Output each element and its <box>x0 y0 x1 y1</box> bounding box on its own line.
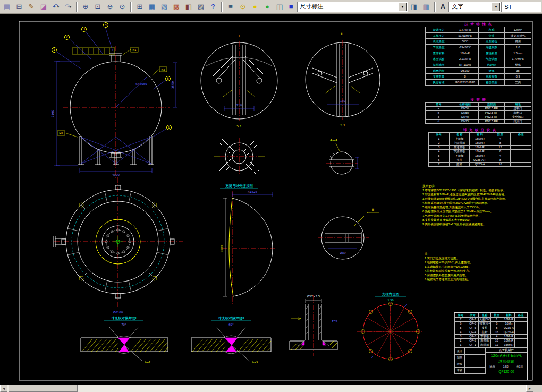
balloon-number: 1 <box>53 48 55 52</box>
sheet-count: 共1张 <box>516 364 523 369</box>
note-line: 1.管口方位见支柱方位图。 <box>425 256 526 260</box>
zoom-realtime-icon: ⊕ <box>83 3 89 11</box>
table-row: 主体材料16MnR腐蚀裕量1.5mm <box>426 50 531 56</box>
zoom-window-icon: ⊡ <box>95 3 101 11</box>
layers-icon[interactable]: ◫ <box>274 1 285 13</box>
chevron-down-icon[interactable]: ▼ <box>399 3 407 11</box>
spec-table-title: 技 术 特 性 表 <box>425 22 531 27</box>
view-plan[interactable]: Ø6100 <box>53 177 183 314</box>
redo-icon[interactable]: ↷▾ <box>62 1 74 13</box>
table-cell: QF-7 <box>467 318 479 322</box>
grid-icon[interactable]: ▨ <box>195 1 207 13</box>
block-icon[interactable]: ◧ <box>183 1 194 13</box>
table-cell <box>465 368 475 374</box>
table-row: 5QF-5支柱8Q235-A <box>455 326 527 330</box>
dim-style-combo[interactable]: 尺寸标注 ▼ <box>297 2 408 12</box>
layout-icon[interactable]: ▦ <box>146 1 158 13</box>
table-cell: 进料口 <box>505 107 531 111</box>
table-cell: Q235-A <box>503 326 515 330</box>
drawing-title-line2: 球形储罐 <box>486 359 527 364</box>
scroll-thumb[interactable] <box>9 385 78 392</box>
note-line: 6.铭牌装于赤道带正北方向明显处。 <box>425 277 526 282</box>
horizontal-scrollbar[interactable]: ◄ ► <box>0 385 542 392</box>
view-leg-plan[interactable]: 支腿与球壳连接图 <box>214 138 265 189</box>
section-label: A—A <box>330 138 338 142</box>
shell-hatch <box>291 341 337 350</box>
right-combo-value: ST <box>504 4 512 10</box>
ball-green-icon[interactable]: ● <box>261 1 273 13</box>
table-cell: d <box>426 120 452 124</box>
dropdown-arrow-icon[interactable]: ▾ <box>70 5 72 9</box>
view-gore[interactable]: R1525 3200 <box>220 190 277 304</box>
scroll-left-button[interactable]: ◄ <box>0 385 7 392</box>
note-line: 1.本球罐按GB12337-1998《钢制球形储罐》制造、检验和验收。 <box>422 188 532 192</box>
view-elevation[interactable]: SR3050 7100 3550 4000 1 2 3 4 5 6 N1 N2 … <box>51 23 177 179</box>
drawing-title-line1: 120m³液化石油气 <box>486 353 527 359</box>
chevron-down-icon[interactable]: ▼ <box>492 3 500 11</box>
table-cell <box>515 339 527 343</box>
bulb-icon[interactable]: ⊙ <box>237 1 249 13</box>
toolbar-group-zoom: ⊕⊡⊖⊙ <box>80 1 128 13</box>
view-orientation[interactable]: 支柱方位图 1:50 <box>357 292 424 361</box>
view-detail-3[interactable]: Ⅲ Ø89 <box>318 208 379 259</box>
table-icon[interactable]: ⊞ <box>134 1 146 13</box>
dim-label: 210 <box>236 104 242 107</box>
text-style-combo[interactable]: 文字 ▼ <box>448 2 501 12</box>
table-cell: 赤道带板 <box>449 146 470 150</box>
scroll-track[interactable] <box>7 385 526 392</box>
table-cell: 下极板 <box>449 154 470 158</box>
dim-label: Ø6100 <box>113 311 123 314</box>
erase-icon: ◪ <box>40 3 47 11</box>
balloon-number: 3 <box>83 27 85 31</box>
table-cell: QF-1 <box>467 343 479 347</box>
table-cell: 主体材料 <box>426 50 452 56</box>
table-cell: 下极板 <box>479 335 491 339</box>
right-partial-combo[interactable]: ST <box>501 2 541 12</box>
view-nozzle-weld[interactable]: Ø57×3.5 t=6 <box>290 295 338 356</box>
print-preview-icon[interactable]: ⊟ <box>13 1 25 13</box>
sheet-icon[interactable]: ▤ <box>1 1 13 13</box>
undo-icon[interactable]: ↶▾ <box>50 1 62 13</box>
table-cell: 120m³ <box>505 27 531 33</box>
table-row: 球壳内径Ø6100壁厚38 <box>426 68 531 74</box>
stack-icon[interactable]: ≡ <box>225 1 236 13</box>
zoom-window-icon[interactable]: ⊡ <box>92 1 104 13</box>
view-detail-1[interactable]: Ⅰ 210 5:1 <box>201 34 277 128</box>
table-cell <box>511 150 531 154</box>
drawing-canvas[interactable]: SR3050 7100 3550 4000 1 2 3 4 5 6 N1 N2 … <box>0 14 542 385</box>
table-cell <box>511 141 531 146</box>
scale-label: 5:1 <box>236 124 242 128</box>
standards-icon[interactable]: ▥ <box>420 1 432 13</box>
dropdown-arrow-icon[interactable]: ▾ <box>57 5 60 9</box>
view-detail-2[interactable]: Ⅱ 180 5:1 <box>306 32 380 127</box>
pencil-icon[interactable]: ✎ <box>26 1 37 13</box>
dim-left <box>54 62 80 166</box>
notes-secondary: 注:1.管口方位见支柱方位图。2.地脚螺栓M36,共16个,由土建预埋。3.基础… <box>425 252 526 282</box>
table-cell: 0.9 <box>505 74 531 80</box>
erase-icon[interactable]: ◪ <box>38 1 49 13</box>
table-cell: 支柱数量 <box>426 74 452 80</box>
zoom-extents-icon[interactable]: ⊙ <box>116 1 128 13</box>
table-cell: 1.0 <box>505 45 531 50</box>
help-icon[interactable]: ? <box>207 1 219 13</box>
table-cell <box>475 355 485 361</box>
zoom-out-icon[interactable]: ⊖ <box>104 1 116 13</box>
view-weld-2[interactable]: 球壳板对接焊缝Ⅱ 60° b=3 <box>191 316 271 364</box>
sheet-set-icon[interactable]: ▧ <box>158 1 170 13</box>
table-cell: PN2.5 RF <box>478 115 505 120</box>
render-icon[interactable]: ▩ <box>171 1 182 13</box>
layer-manager-icon[interactable]: ◨ <box>408 1 420 13</box>
weld-metal <box>118 338 130 345</box>
zoom-realtime-icon[interactable]: ⊕ <box>80 1 91 13</box>
scroll-right-button[interactable]: ► <box>526 385 533 392</box>
note-line: 3.对接焊缝100%射线探伤,JB4730-94Ⅱ级合格,并作20%超声复验。 <box>422 197 532 201</box>
view-weld-1[interactable]: 球壳板对接焊缝Ⅰ 70° b=2 <box>81 316 168 364</box>
scale-label: 5:1 <box>340 123 345 127</box>
table-cell: 件号 <box>429 133 450 137</box>
dim-style-value: 尺寸标注 <box>300 3 324 11</box>
view-section-aa[interactable]: A—A <box>324 138 359 174</box>
note-line: 3.基础螺栓孔中心圆直径Ø7100±5。 <box>425 265 526 269</box>
ball-yellow-icon[interactable]: ● <box>249 1 261 13</box>
pin-hole <box>363 71 368 75</box>
print-preview-icon: ⊟ <box>16 3 22 11</box>
